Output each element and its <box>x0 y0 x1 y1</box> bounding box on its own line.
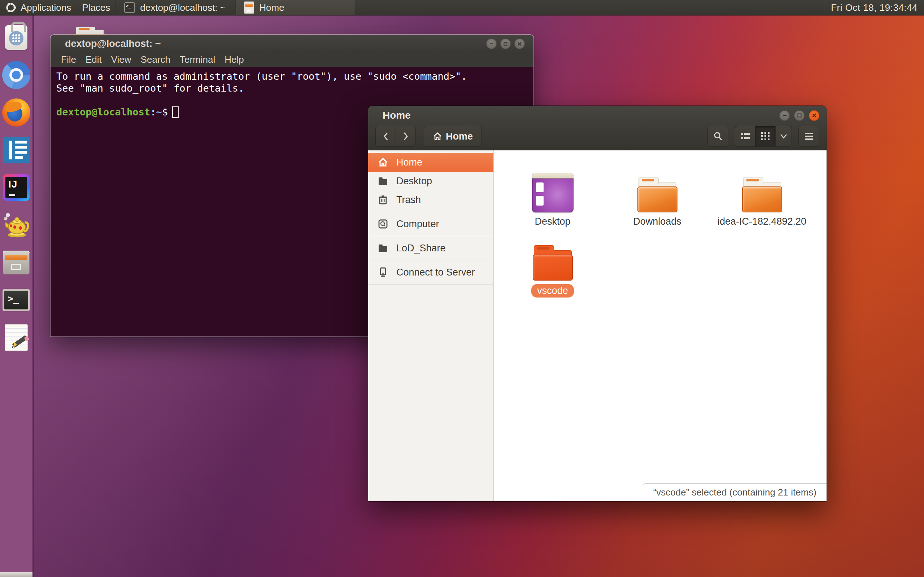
terminal-app-icon <box>3 289 30 311</box>
path-label: Home <box>446 131 473 142</box>
places-label: Places <box>82 2 110 13</box>
sidebar-item-computer[interactable]: Computer <box>368 214 493 233</box>
close-button[interactable] <box>514 39 525 49</box>
text-editor-icon <box>5 324 28 351</box>
top-panel: Applications Places dextop@localhost: ~ … <box>0 0 924 16</box>
view-options-button[interactable] <box>775 126 792 147</box>
files-toolbar: Home <box>368 123 827 147</box>
maximize-button[interactable] <box>500 39 511 49</box>
genie-lamp-icon <box>2 211 30 239</box>
taskbar-item-terminal[interactable]: dextop@localhost: ~ <box>116 0 235 15</box>
terminal-titlebar[interactable]: dextop@localhost: ~ <box>50 35 533 52</box>
dock-file-cabinet[interactable] <box>2 248 30 277</box>
places-menu[interactable]: Places <box>76 0 115 15</box>
partial-window-edge <box>0 572 32 577</box>
sidebar-item-connect-to-server[interactable]: Connect to Server <box>368 263 493 282</box>
file-label-selected: vscode <box>531 284 574 298</box>
menu-file[interactable]: File <box>56 54 81 65</box>
files-headerbar[interactable]: Home <box>368 106 827 150</box>
list-view-button[interactable] <box>735 126 755 147</box>
chromium-icon <box>2 61 30 89</box>
launcher-dock <box>0 16 34 577</box>
sidebar-label: Computer <box>396 219 439 230</box>
sidebar-item-desktop[interactable]: Desktop <box>368 172 493 190</box>
server-icon <box>378 267 388 278</box>
forward-button[interactable] <box>396 126 416 147</box>
terminal-menubar: File Edit View Search Terminal Help <box>50 52 533 67</box>
document-viewer-icon <box>3 137 30 163</box>
file-item-idea[interactable]: idea-IC-182.4892.20 <box>709 168 814 227</box>
files-sidebar: Home Desktop <box>368 150 494 501</box>
chevron-down-icon <box>780 134 788 139</box>
file-item-desktop[interactable]: Desktop <box>500 168 605 227</box>
file-manager-icon <box>244 2 254 14</box>
task-label: dextop@localhost: ~ <box>140 2 226 13</box>
folder-icon-selected <box>532 245 573 280</box>
files-content[interactable]: Desktop Downloads <box>494 150 827 501</box>
home-icon <box>378 157 388 168</box>
trash-icon <box>378 194 388 205</box>
sidebar-label: Connect to Server <box>396 267 475 278</box>
firefox-icon <box>2 98 30 127</box>
dock-ubuntu-software[interactable] <box>2 23 30 52</box>
close-button[interactable] <box>809 110 819 121</box>
terminal-title: dextop@localhost: ~ <box>65 38 486 49</box>
terminal-output-line: See "man sudo_root" for details. <box>56 82 528 94</box>
prompt-colon: : <box>150 106 156 118</box>
file-label: Desktop <box>535 216 570 227</box>
hard-drive-icon <box>378 219 388 229</box>
dock-document-viewer[interactable] <box>2 136 30 164</box>
dock-text-editor[interactable] <box>2 324 30 351</box>
files-grid: Desktop Downloads <box>494 150 827 501</box>
search-button[interactable] <box>708 126 729 147</box>
terminal-output-line: To run a command as administrator (user … <box>56 70 528 82</box>
intellij-idea-icon <box>3 174 30 201</box>
folder-icon <box>378 243 388 253</box>
file-item-vscode[interactable]: vscode <box>500 237 605 298</box>
sidebar-item-trash[interactable]: Trash <box>368 190 493 209</box>
minimize-button[interactable] <box>486 39 497 49</box>
grid-view-icon <box>761 131 771 141</box>
sidebar-item-home[interactable]: Home <box>368 153 493 172</box>
desktop-folder-icon <box>532 173 573 213</box>
menu-terminal[interactable]: Terminal <box>175 54 220 65</box>
folder-icon <box>378 176 388 187</box>
applications-menu[interactable]: Applications <box>0 0 76 15</box>
dock-intellij-idea[interactable] <box>2 174 30 201</box>
maximize-button[interactable] <box>794 110 804 121</box>
path-button-home[interactable]: Home <box>424 126 482 147</box>
sidebar-label: Trash <box>396 194 421 206</box>
file-item-downloads[interactable]: Downloads <box>605 168 709 227</box>
dock-terminal[interactable] <box>2 286 30 314</box>
task-label: Home <box>259 2 284 13</box>
search-icon <box>713 131 723 141</box>
home-icon <box>433 132 442 141</box>
folder-icon <box>741 177 783 213</box>
window-title: Home <box>383 110 779 121</box>
ubuntu-software-icon <box>5 25 27 50</box>
pencil-icon <box>9 331 29 351</box>
minimize-button[interactable] <box>779 110 790 121</box>
menu-view[interactable]: View <box>107 54 136 65</box>
grid-view-button[interactable] <box>755 126 775 147</box>
sidebar-label: Home <box>396 157 422 168</box>
ubuntu-logo-icon <box>5 2 16 13</box>
menu-search[interactable]: Search <box>136 54 175 65</box>
status-bar: “vscode” selected (containing 21 items) <box>643 483 827 501</box>
taskbar-item-files[interactable]: Home <box>236 0 355 15</box>
file-label: Downloads <box>633 216 682 227</box>
menu-help[interactable]: Help <box>220 54 248 65</box>
menu-edit[interactable]: Edit <box>81 54 107 65</box>
sidebar-item-lod-share[interactable]: LoD_Share <box>368 239 493 258</box>
file-label: idea-IC-182.4892.20 <box>717 216 806 227</box>
desktop: Applications Places dextop@localhost: ~ … <box>0 0 924 577</box>
sidebar-label: Desktop <box>396 176 432 187</box>
menu-button[interactable] <box>798 126 819 147</box>
files-window: Home <box>368 106 827 501</box>
back-button[interactable] <box>375 126 396 147</box>
dock-genie-lamp[interactable] <box>2 211 30 239</box>
dock-chromium[interactable] <box>2 61 30 89</box>
dock-firefox[interactable] <box>2 98 30 127</box>
clock[interactable]: Fri Oct 18, 19:34:44 <box>824 0 924 15</box>
folder-body <box>76 30 103 34</box>
